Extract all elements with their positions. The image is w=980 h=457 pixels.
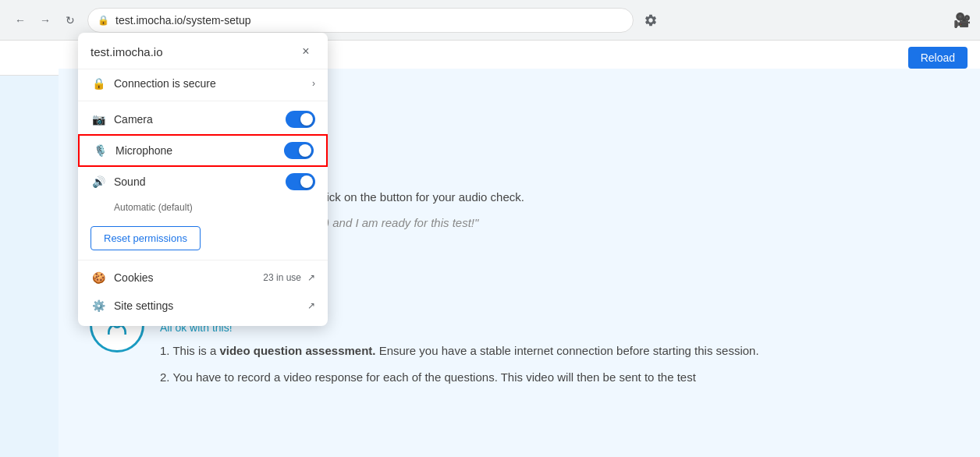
- lock-icon: 🔒: [91, 77, 106, 90]
- connection-secure-item[interactable]: 🔒 Connection is secure ›: [78, 69, 328, 97]
- sound-sub-text: Automatic (default): [114, 202, 193, 213]
- popup-close-button[interactable]: ×: [296, 42, 315, 61]
- microphone-toggle-icon: 🎙️: [92, 144, 108, 157]
- address-bar[interactable]: 🔒 test.imocha.io/system-setup: [87, 8, 634, 33]
- reset-permissions-button[interactable]: Reset permissions: [91, 226, 201, 250]
- cookies-badge: 23 in use: [263, 272, 301, 283]
- external-link-icon: ↗: [307, 272, 315, 283]
- gear-icon: [644, 13, 658, 27]
- microphone-toggle[interactable]: [284, 142, 314, 159]
- back-button[interactable]: ←: [9, 9, 31, 31]
- popup-domain: test.imocha.io: [91, 45, 163, 58]
- reset-permissions-row: Reset permissions: [78, 220, 328, 257]
- camera-toggle-row: 📷 Camera: [78, 105, 328, 134]
- sound-icon: 🔊: [91, 175, 106, 188]
- microphone-toggle-label: Microphone: [115, 144, 284, 157]
- sound-toggle-row: 🔊 Sound: [78, 167, 328, 197]
- camera-icon: 📷: [91, 113, 106, 126]
- cookies-label: Cookies: [114, 271, 263, 284]
- forward-button[interactable]: →: [34, 9, 56, 31]
- cookies-icon: 🍪: [91, 271, 106, 284]
- site-settings-external-icon: ↗: [307, 300, 315, 311]
- reload-button[interactable]: ↻: [59, 9, 81, 31]
- sound-sub-row: Automatic (default): [78, 197, 328, 220]
- camera-toolbar-icon[interactable]: 🎥: [953, 12, 971, 29]
- microphone-toggle-row: 🎙️ Microphone: [78, 134, 328, 167]
- popup-header: test.imocha.io ×: [78, 33, 328, 69]
- webcam-desc1: 1. This is a video question assessment. …: [160, 342, 759, 360]
- nav-buttons: ← → ↻: [9, 9, 81, 31]
- webcam-desc2: 2. You have to record a video response f…: [160, 368, 759, 387]
- chevron-right-icon: ›: [312, 78, 315, 89]
- settings-button[interactable]: [640, 9, 662, 31]
- connection-label: Connection is secure: [114, 77, 312, 90]
- camera-label: Camera: [114, 113, 286, 126]
- cookies-item[interactable]: 🍪 Cookies 23 in use ↗: [78, 264, 328, 292]
- camera-toggle[interactable]: [286, 111, 315, 128]
- site-settings-label: Site settings: [114, 299, 307, 312]
- site-info-popup: test.imocha.io × 🔒 Connection is secure …: [78, 33, 328, 326]
- sidebar: [0, 69, 59, 457]
- popup-divider-1: [78, 101, 328, 101]
- sound-label: Sound: [114, 175, 286, 188]
- sound-toggle[interactable]: [286, 173, 315, 190]
- site-settings-item[interactable]: ⚙️ Site settings ↗: [78, 292, 328, 320]
- reload-button-bar[interactable]: Reload: [908, 47, 968, 69]
- url-text: test.imocha.io/system-setup: [115, 14, 251, 27]
- site-settings-icon: ⚙️: [91, 299, 106, 312]
- popup-divider-2: [78, 260, 328, 260]
- lock-icon: 🔒: [98, 15, 109, 26]
